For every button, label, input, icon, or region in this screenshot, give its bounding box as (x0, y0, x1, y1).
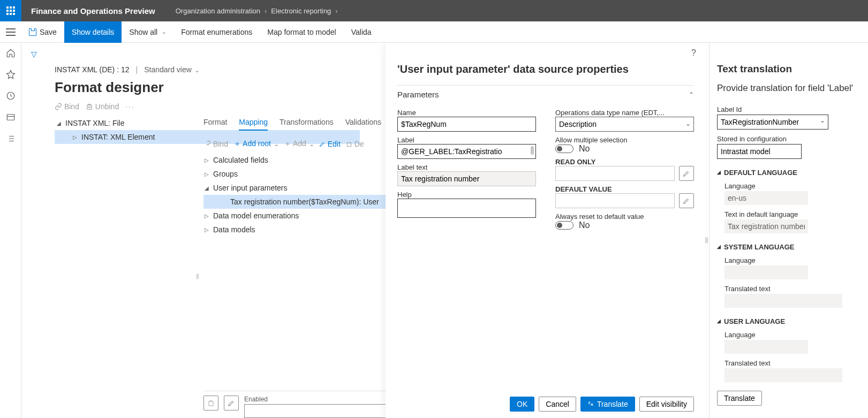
section-system-language[interactable]: ◢SYSTEM LANGUAGE (717, 243, 868, 251)
help-icon[interactable]: ? (691, 48, 696, 58)
section-header[interactable]: Parameters ⌃ (397, 85, 694, 103)
clock-icon[interactable] (6, 91, 16, 101)
ok-button[interactable]: OK (510, 397, 534, 412)
format-enums-label: Format enumerations (181, 28, 252, 36)
waffle-button[interactable] (0, 0, 21, 21)
translation-panel: ✕ Text translation Provide translation f… (709, 43, 868, 418)
label-input[interactable] (397, 144, 536, 159)
breadcrumb: Organization administration › Electronic… (165, 7, 338, 15)
properties-panel: ? 'User input parameter' data source pro… (386, 43, 706, 418)
save-button[interactable]: Save (21, 21, 64, 43)
show-details-button[interactable]: Show details (64, 21, 122, 43)
add-button[interactable]: ＋ Add ⌄ (284, 139, 314, 149)
more-button[interactable]: ··· (125, 102, 135, 111)
star-icon[interactable] (6, 70, 16, 79)
list-icon[interactable] (6, 134, 16, 143)
name-label: Name (397, 109, 536, 117)
tab-format[interactable]: Format (203, 118, 227, 131)
tree-node[interactable]: ▷Calculated fields (203, 153, 386, 167)
label-id-label: Label Id (717, 105, 868, 113)
bind-button[interactable]: Bind (55, 102, 79, 111)
tree-node[interactable]: ▷Groups (203, 167, 386, 181)
splitter-icon[interactable]: ⦀ (196, 272, 199, 281)
section-user-language[interactable]: ◢USER LANGUAGE (717, 317, 868, 325)
chevron-down-icon: ⌄ (162, 29, 166, 35)
text-default-label: Text in default language (724, 210, 868, 218)
tab-mapping[interactable]: Mapping (239, 118, 268, 131)
splitter-icon[interactable]: ⦀ (705, 235, 708, 245)
app-title: Finance and Operations Preview (21, 6, 165, 16)
section-default-language[interactable]: ◢DEFAULT LANGUAGE (717, 169, 868, 177)
language-label: Language (724, 256, 868, 264)
collapse-icon[interactable]: ◢ (57, 120, 62, 126)
cancel-button[interactable]: Cancel (539, 397, 576, 412)
bind-button[interactable]: Bind (203, 140, 228, 148)
user-translated-input[interactable] (724, 368, 842, 382)
system-translated-input[interactable] (724, 294, 842, 308)
translated-text-label: Translated text (724, 285, 868, 293)
expand-icon[interactable]: ▷ (205, 157, 210, 163)
unbind-button[interactable]: Unbind (86, 102, 119, 111)
translation-title: Text translation (717, 49, 868, 82)
action-bar: Save Show details Show all ⌄ Format enum… (0, 21, 868, 43)
translate-action-button[interactable]: Translate (717, 391, 762, 406)
expand-icon[interactable]: ▷ (205, 227, 210, 233)
delete-icon-button[interactable] (203, 396, 218, 411)
user-language-input[interactable] (724, 340, 808, 354)
expand-icon[interactable]: ▷ (205, 171, 210, 177)
show-all-button[interactable]: Show all ⌄ (122, 21, 173, 43)
allow-multi-toggle[interactable] (555, 145, 573, 153)
readonly-input[interactable] (555, 166, 675, 181)
stored-input (717, 144, 802, 159)
default-input[interactable] (555, 193, 675, 208)
card-icon[interactable] (6, 112, 16, 122)
edit-icon-button[interactable] (679, 166, 694, 181)
edt-label: Operations data type name (EDT,... (555, 109, 694, 117)
home-icon[interactable] (6, 48, 16, 58)
stored-label: Stored in configuration (717, 135, 868, 143)
breadcrumb-item[interactable]: Organization administration (176, 7, 260, 15)
name-input[interactable] (397, 117, 536, 132)
tree-node[interactable]: ▷Data model enumerations (203, 209, 386, 223)
delete-button[interactable]: De (346, 140, 364, 148)
tree-node[interactable]: ▷Data models (203, 223, 386, 237)
expand-icon[interactable]: ▷ (73, 134, 78, 140)
page-title: Format designer (21, 76, 364, 102)
default-heading: DEFAULT VALUE (555, 185, 694, 193)
svg-rect-1 (7, 115, 14, 120)
tree-node[interactable]: ◢User input parameters (203, 181, 386, 195)
edit-icon-button[interactable] (679, 193, 694, 208)
breadcrumb-item[interactable]: Electronic reporting (271, 7, 331, 15)
format-enumerations-button[interactable]: Format enumerations (173, 21, 260, 43)
tree-node-label: INSTAT XML: File (65, 119, 124, 127)
edit-visibility-button[interactable]: Edit visibility (639, 397, 694, 412)
tree-node[interactable]: Tax registration number($TaxRegNum): Use… (203, 195, 386, 209)
help-input[interactable] (397, 199, 536, 218)
waffle-icon (6, 6, 15, 15)
always-reset-toggle[interactable] (555, 221, 573, 230)
add-root-button[interactable]: ＋ Add root ⌄ (233, 139, 278, 149)
expand-icon[interactable]: ▷ (205, 213, 210, 219)
edit-button[interactable]: Edit (319, 140, 341, 148)
collapse-icon: ◢ (717, 318, 721, 324)
map-format-button[interactable]: Map format to model (260, 21, 343, 43)
tab-transformations[interactable]: Transformations (280, 118, 334, 131)
filter-icon[interactable]: ▽ (31, 50, 37, 58)
edt-select[interactable] (555, 117, 694, 132)
map-format-label: Map format to model (267, 28, 336, 36)
config-path: INSTAT XML (DE) : 12 (55, 65, 130, 74)
collapse-icon[interactable]: ◢ (205, 185, 210, 191)
readonly-heading: READ ONLY (555, 158, 694, 166)
hamburger-button[interactable] (0, 21, 21, 43)
system-language-input[interactable] (724, 265, 808, 279)
tab-validations[interactable]: Validations (345, 118, 381, 131)
validate-button[interactable]: Valida (344, 21, 379, 43)
show-all-label: Show all (129, 28, 157, 36)
scrollbar[interactable] (531, 146, 534, 155)
translate-button[interactable]: Translate (580, 397, 635, 412)
mapping-toolbar: Bind ＋ Add root ⌄ ＋ Add ⌄ Edit De (203, 134, 386, 153)
label-id-select[interactable] (717, 115, 828, 130)
edit-icon-button[interactable] (224, 396, 239, 411)
view-selector[interactable]: Standard view ⌄ (144, 65, 199, 74)
allow-multi-value: No (579, 144, 590, 154)
